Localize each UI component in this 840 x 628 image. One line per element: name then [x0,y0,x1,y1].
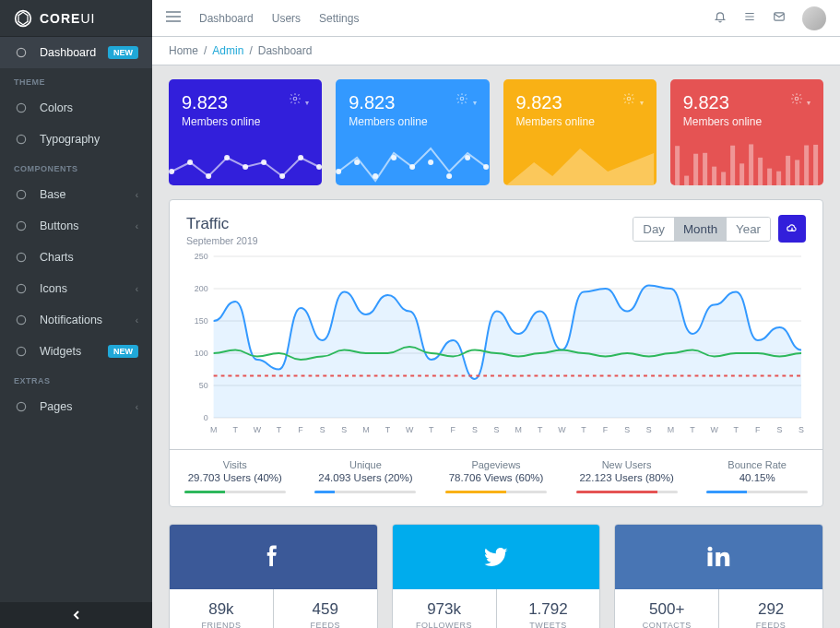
svg-rect-41 [739,163,744,185]
stat-card-3: 9.823Members online ▾ [503,79,657,185]
range-year-button[interactable]: Year [727,218,770,241]
svg-rect-42 [749,144,753,185]
sidebar-item-pages[interactable]: Pages‹ [0,391,152,422]
metric-title: Visits [175,459,295,470]
range-month-button[interactable]: Month [674,218,727,241]
sidebar: COREUI DashboardNEWTHEMEColorsTypography… [0,0,152,628]
svg-point-29 [446,173,452,179]
sidebar-item-label: Buttons [40,219,78,232]
user-avatar[interactable] [802,6,826,30]
svg-text:S: S [776,425,782,434]
brand[interactable]: COREUI [0,0,152,37]
svg-point-5 [17,221,25,230]
sidebar-item-typography[interactable]: Typography [0,124,152,155]
svg-text:T: T [581,425,586,434]
chevron-left-icon: ‹ [136,221,138,231]
card-settings-button[interactable]: ▾ [455,92,476,109]
svg-point-0 [16,10,31,26]
nav-section-title: THEME [0,68,152,92]
breadcrumb-home[interactable]: Home [169,44,198,57]
stat-label: Members online [349,115,476,128]
svg-text:F: F [298,425,303,434]
sidebar-item-notifications[interactable]: Notifications‹ [0,304,152,336]
chevron-left-icon: ‹ [136,402,138,412]
range-day-button[interactable]: Day [633,218,674,241]
metric-progress [184,491,286,493]
social-icon-area[interactable] [615,525,822,589]
svg-text:S: S [646,425,652,434]
sidebar-item-label: Dashboard [40,46,96,59]
sidebar-item-base[interactable]: Base‹ [0,179,152,210]
messages-button[interactable] [773,10,786,26]
social-right-value: 459 [278,600,373,619]
speedometer-icon [14,45,29,60]
svg-text:W: W [406,425,414,434]
cursor-icon [14,219,29,233]
svg-text:S: S [624,425,630,434]
card-settings-button[interactable]: ▾ [289,92,309,109]
download-button[interactable] [778,215,806,243]
gear-icon [455,92,468,105]
sidebar-item-charts[interactable]: Charts [0,242,152,273]
svg-text:S: S [341,425,347,434]
svg-text:S: S [472,425,478,434]
metric-value: 78.706 Views (60%) [436,472,556,483]
hamburger-icon [166,11,181,22]
stat-card-1: 9.823Members online ▾ [169,79,322,185]
menu-toggle-button[interactable] [166,11,181,25]
sidebar-item-colors[interactable]: Colors [0,92,152,124]
metric-value: 24.093 Users (20%) [306,472,426,483]
sidebar-item-dashboard[interactable]: DashboardNEW [0,37,152,68]
chevron-left-icon: ‹ [136,284,138,294]
svg-point-9 [17,347,25,355]
stat-card-4: 9.823Members online ▾ [670,79,823,185]
svg-point-31 [483,164,489,170]
metric-title: Pageviews [436,459,556,470]
topnav-settings[interactable]: Settings [319,12,359,25]
stat-label: Members online [683,115,810,128]
topnav-dashboard[interactable]: Dashboard [199,12,254,25]
svg-rect-48 [804,146,809,185]
bell-icon [714,10,727,23]
metric-progress [314,491,416,493]
notifications-button[interactable] [714,10,727,26]
svg-text:W: W [710,425,718,434]
drop-icon [14,101,29,115]
topnav-users[interactable]: Users [272,12,301,25]
tw-icon [482,543,510,571]
social-card-tw: 973kFOLLOWERS1.792TWEETS [392,524,601,628]
svg-text:W: W [254,425,262,434]
svg-text:T: T [690,425,695,434]
social-left-caption: FOLLOWERS [396,621,492,628]
sidebar-item-buttons[interactable]: Buttons‹ [0,210,152,242]
traffic-panel: Traffic September 2019 DayMonthYear 0501… [169,199,823,507]
svg-rect-44 [767,169,772,185]
social-icon-area[interactable] [170,525,377,589]
breadcrumb: Home / Admin / Dashboard [152,37,840,65]
brand-text: COREUI [40,11,95,26]
sidebar-minimize-button[interactable] [0,602,152,628]
sidebar-item-icons[interactable]: Icons‹ [0,273,152,304]
envelope-icon [773,10,786,23]
fb-icon [259,543,287,571]
traffic-chart: 050100150200250MTWTFSSMTWTFSSMTWTFSSMTWT… [186,252,806,436]
card-settings-button[interactable]: ▾ [622,92,643,109]
breadcrumb-admin[interactable]: Admin [212,44,243,57]
social-icon-area[interactable] [393,525,600,589]
pie-chart-icon [14,250,29,265]
svg-point-10 [17,402,25,410]
sidebar-item-label: Pages [40,400,72,413]
gear-icon [289,92,302,105]
svg-rect-38 [712,167,716,185]
puzzle-icon [14,187,29,202]
card-settings-button[interactable]: ▾ [790,92,810,109]
social-right-value: 292 [723,600,819,619]
sidebar-item-widgets[interactable]: WidgetsNEW [0,336,152,367]
svg-point-30 [465,155,470,160]
metric-value: 40.15% [697,472,817,483]
li-icon [705,543,733,571]
metric-value: 29.703 Users (40%) [175,472,295,483]
svg-point-15 [206,173,211,179]
svg-text:S: S [494,425,500,434]
tasks-button[interactable] [743,10,756,26]
